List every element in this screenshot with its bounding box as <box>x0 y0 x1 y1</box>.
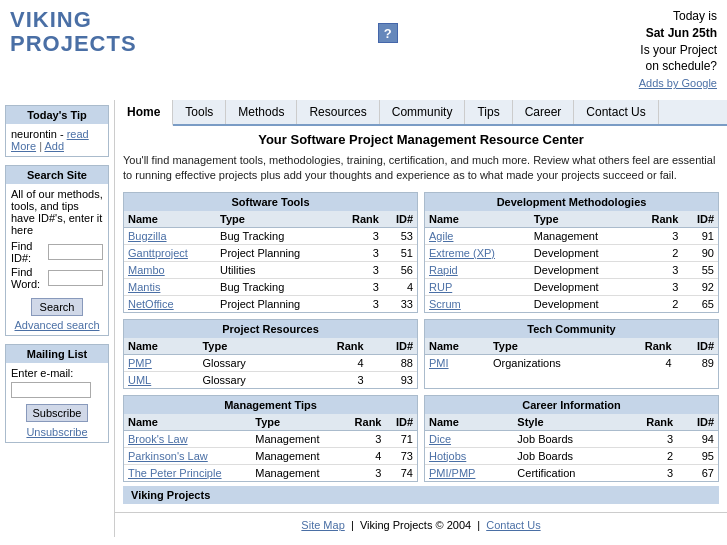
tip-more-link[interactable]: More <box>11 140 36 152</box>
email-input[interactable] <box>11 382 91 398</box>
table-row: Agile Management 3 91 <box>425 227 718 244</box>
row-type: Project Planning <box>216 244 335 261</box>
email-label: Enter e-mail: <box>11 367 103 379</box>
today-info: Today is Sat Jun 25th Is your Project on… <box>639 8 717 92</box>
content-area: Your Software Project Management Resourc… <box>115 126 727 510</box>
table-row: Mantis Bug Tracking 3 4 <box>124 278 417 295</box>
tip-add-link[interactable]: Add <box>44 140 64 152</box>
management-tips-table: Name Type Rank ID# Brook's Law Managemen… <box>124 414 417 481</box>
row-id: 73 <box>385 447 417 464</box>
table-row: PMI Organizations 4 89 <box>425 354 718 371</box>
management-tips-section: Management Tips Name Type Rank ID# Br <box>123 395 418 482</box>
tab-tips[interactable]: Tips <box>465 100 512 124</box>
adds-by-google[interactable]: Adds by Google <box>639 77 717 89</box>
tech-community-table: Name Type Rank ID# PMI Organizations 4 8… <box>425 338 718 371</box>
row-id: 55 <box>682 261 718 278</box>
table-row: Brook's Law Management 3 71 <box>124 430 417 447</box>
table-row: Bugzilla Bug Tracking 3 53 <box>124 227 417 244</box>
logo-line2: Projects <box>10 32 137 56</box>
row-id: 4 <box>383 278 417 295</box>
col-name: Name <box>425 338 489 355</box>
row-name-link[interactable]: The Peter Principle <box>128 467 222 479</box>
sitemap-link[interactable]: Site Map <box>301 519 344 531</box>
today-date: Sat Jun 25th <box>646 26 717 40</box>
row-name-link[interactable]: Hotjobs <box>429 450 466 462</box>
row-id: 94 <box>677 430 718 447</box>
row-name: Mantis <box>124 278 216 295</box>
row-rank: 3 <box>621 464 678 481</box>
copyright-text: Viking Projects © 2004 <box>360 519 471 531</box>
col-rank: Rank <box>342 414 386 431</box>
col-id: ID# <box>383 211 417 228</box>
search-section: Search Site All of our methods, tools, a… <box>5 165 109 336</box>
row-rank: 2 <box>633 244 682 261</box>
row-name-link[interactable]: Dice <box>429 433 451 445</box>
row-rank: 3 <box>336 295 383 312</box>
row-name-link[interactable]: Parkinson's Law <box>128 450 208 462</box>
mailing-content: Enter e-mail: Subscribe Unsubscribe <box>6 363 108 442</box>
row-type: Development <box>530 278 633 295</box>
row-name: UML <box>124 371 198 388</box>
table-row: Ganttproject Project Planning 3 51 <box>124 244 417 261</box>
row-name-link[interactable]: PMP <box>128 357 152 369</box>
row-name-link[interactable]: Rapid <box>429 264 458 276</box>
unsubscribe-link[interactable]: Unsubscribe <box>26 426 87 438</box>
row-rank: 3 <box>633 261 682 278</box>
table-row: RUP Development 3 92 <box>425 278 718 295</box>
tables-grid: Software Tools Name Type Rank ID# Bug <box>123 192 719 482</box>
table-row: Mambo Utilities 3 56 <box>124 261 417 278</box>
row-type: Glossary <box>198 354 299 371</box>
find-id-input[interactable] <box>48 244 103 260</box>
row-name-link[interactable]: Mambo <box>128 264 165 276</box>
find-word-label: Find Word: <box>11 266 48 290</box>
row-id: 95 <box>677 447 718 464</box>
row-type: Bug Tracking <box>216 278 335 295</box>
row-name-link[interactable]: UML <box>128 374 151 386</box>
row-name-link[interactable]: Scrum <box>429 298 461 310</box>
tab-community[interactable]: Community <box>380 100 466 124</box>
col-id: ID# <box>682 211 718 228</box>
advanced-search-link[interactable]: Advanced search <box>11 319 103 331</box>
row-name-link[interactable]: Agile <box>429 230 453 242</box>
tab-home[interactable]: Home <box>115 100 173 126</box>
row-name-link[interactable]: RUP <box>429 281 452 293</box>
row-name-link[interactable]: Bugzilla <box>128 230 167 242</box>
row-id: 89 <box>676 354 718 371</box>
table-row: Hotjobs Job Boards 2 95 <box>425 447 718 464</box>
row-name-link[interactable]: Extreme (XP) <box>429 247 495 259</box>
row-name-link[interactable]: PMI <box>429 357 449 369</box>
row-type: Management <box>251 430 342 447</box>
tab-contact-us[interactable]: Contact Us <box>574 100 658 124</box>
row-name-link[interactable]: Brook's Law <box>128 433 188 445</box>
logo-line1: Viking <box>10 8 137 32</box>
row-name-link[interactable]: Mantis <box>128 281 160 293</box>
footer-contact-link[interactable]: Contact Us <box>486 519 540 531</box>
col-rank: Rank <box>299 338 367 355</box>
row-name: PMI/PMP <box>425 464 513 481</box>
tab-tools[interactable]: Tools <box>173 100 226 124</box>
tip-read-link[interactable]: read <box>67 128 89 140</box>
subscribe-button[interactable]: Subscribe <box>26 404 89 422</box>
row-rank: 3 <box>342 464 386 481</box>
find-word-input[interactable] <box>48 270 103 286</box>
table-row: Parkinson's Law Management 4 73 <box>124 447 417 464</box>
row-name-link[interactable]: NetOffice <box>128 298 174 310</box>
row-name: Rapid <box>425 261 530 278</box>
tab-career[interactable]: Career <box>513 100 575 124</box>
row-type: Development <box>530 295 633 312</box>
row-name-link[interactable]: Ganttproject <box>128 247 188 259</box>
content-title: Your Software Project Management Resourc… <box>123 132 719 147</box>
career-info-table: Name Style Rank ID# Dice Job Boards 3 94… <box>425 414 718 481</box>
col-style: Style <box>513 414 620 431</box>
tip-text: neurontin - <box>11 128 67 140</box>
mailing-title: Mailing List <box>6 345 108 363</box>
tech-community-header: Tech Community <box>425 320 718 338</box>
col-name: Name <box>124 414 251 431</box>
row-name-link[interactable]: PMI/PMP <box>429 467 475 479</box>
search-button[interactable]: Search <box>31 298 84 316</box>
col-name: Name <box>124 211 216 228</box>
tech-community-section: Tech Community Name Type Rank ID# PMI <box>424 319 719 389</box>
tab-resources[interactable]: Resources <box>297 100 379 124</box>
tab-methods[interactable]: Methods <box>226 100 297 124</box>
help-icon[interactable]: ? <box>378 23 398 43</box>
